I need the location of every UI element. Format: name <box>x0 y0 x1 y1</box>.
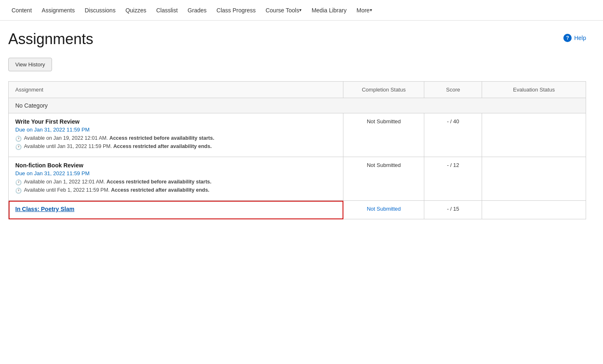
page-content: Assignments ? Help View History Assignme… <box>0 21 594 229</box>
page-title: Assignments <box>8 31 93 48</box>
clock-icon: 🕐 <box>15 144 22 150</box>
nav-classlist[interactable]: Classlist <box>151 0 182 20</box>
availability-line-1: 🕐 Available on Jan 19, 2022 12:01 AM. Ac… <box>15 135 336 142</box>
clock-icon: 🕐 <box>15 179 22 186</box>
nav-assignments[interactable]: Assignments <box>37 0 80 20</box>
completion-status-cell: Not Submitted <box>343 157 424 201</box>
score-cell: - / 40 <box>424 113 482 157</box>
nav-grades[interactable]: Grades <box>183 0 212 20</box>
col-header-eval: Evaluation Status <box>482 82 586 98</box>
nav-discussions[interactable]: Discussions <box>80 0 121 20</box>
nav-quizzes[interactable]: Quizzes <box>121 0 151 20</box>
category-label: No Category <box>9 98 586 113</box>
availability-text-1: Available on Jan 1, 2022 12:01 AM. Acces… <box>24 179 211 185</box>
clock-icon: 🕐 <box>15 136 22 142</box>
clock-icon: 🕐 <box>15 188 22 194</box>
assignment-cell: Write Your First Review Due on Jan 31, 2… <box>9 113 343 157</box>
top-navigation: Content Assignments Discussions Quizzes … <box>0 0 603 21</box>
availability-text-2: Available until Jan 31, 2022 11:59 PM. A… <box>24 143 212 149</box>
view-history-button[interactable]: View History <box>8 58 52 71</box>
nav-media-library[interactable]: Media Library <box>307 0 352 20</box>
assignment-link[interactable]: In Class: Poetry Slam <box>15 206 74 212</box>
assignment-cell: In Class: Poetry Slam <box>9 201 343 219</box>
col-header-score: Score <box>424 82 482 98</box>
table-row: Write Your First Review Due on Jan 31, 2… <box>9 113 586 157</box>
help-link[interactable]: ? Help <box>563 34 586 42</box>
help-icon: ? <box>563 34 572 42</box>
completion-status-cell: Not Submitted <box>343 201 424 219</box>
eval-status-cell <box>482 201 586 219</box>
category-row-no-category: No Category <box>9 98 586 113</box>
col-header-completion: Completion Status <box>343 82 424 98</box>
nav-class-progress[interactable]: Class Progress <box>212 0 261 20</box>
table-row: Non-fiction Book Review Due on Jan 31, 2… <box>9 157 586 201</box>
assignments-table: Assignment Completion Status Score Evalu… <box>8 81 586 219</box>
availability-text-1: Available on Jan 19, 2022 12:01 AM. Acce… <box>24 135 214 141</box>
nav-more[interactable]: More <box>352 0 377 20</box>
completion-status-cell: Not Submitted <box>343 113 424 157</box>
page-header: Assignments ? Help <box>8 31 586 48</box>
nav-content[interactable]: Content <box>7 0 37 20</box>
due-date: Due on Jan 31, 2022 11:59 PM <box>15 127 336 133</box>
availability-line-2: 🕐 Available until Jan 31, 2022 11:59 PM.… <box>15 143 336 150</box>
availability-line-2: 🕐 Available until Feb 1, 2022 11:59 PM. … <box>15 187 336 194</box>
assignment-name: Non-fiction Book Review <box>15 162 336 169</box>
eval-status-cell <box>482 157 586 201</box>
table-row: In Class: Poetry Slam Not Submitted - / … <box>9 201 586 219</box>
score-cell: - / 12 <box>424 157 482 201</box>
eval-status-cell <box>482 113 586 157</box>
assignment-name: In Class: Poetry Slam <box>15 206 336 212</box>
due-date: Due on Jan 31, 2022 11:59 PM <box>15 170 336 176</box>
assignment-name: Write Your First Review <box>15 118 336 125</box>
availability-text-2: Available until Feb 1, 2022 11:59 PM. Ac… <box>24 187 209 193</box>
assignment-cell: Non-fiction Book Review Due on Jan 31, 2… <box>9 157 343 201</box>
availability-line-1: 🕐 Available on Jan 1, 2022 12:01 AM. Acc… <box>15 179 336 186</box>
nav-course-tools[interactable]: Course Tools <box>260 0 306 20</box>
col-header-assignment: Assignment <box>9 82 343 98</box>
score-cell: - / 15 <box>424 201 482 219</box>
help-label: Help <box>574 35 586 41</box>
